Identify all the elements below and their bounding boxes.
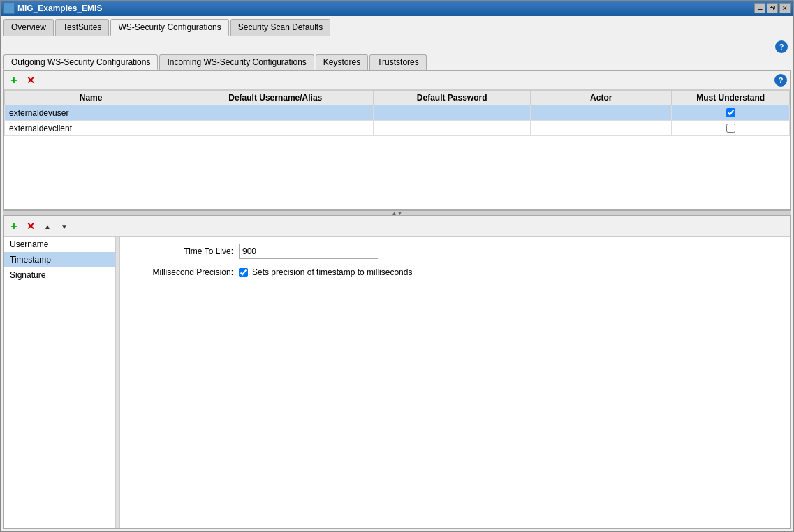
inner-tab-bar: Outgoing WS-Security Configurations Inco… — [3, 54, 791, 71]
tab-overview[interactable]: Overview — [3, 19, 54, 36]
add-item-button[interactable]: + — [7, 219, 21, 233]
splitter[interactable]: ▲▼ — [3, 210, 791, 216]
left-list: Username Timestamp Signature — [4, 237, 116, 528]
cell-must-1 — [672, 105, 790, 121]
main-tab-bar: Overview TestSuites WS-Security Configur… — [1, 16, 793, 36]
time-to-live-label: Time To Live: — [127, 246, 239, 256]
app-icon — [3, 3, 15, 14]
content-area: ? Outgoing WS-Security Configurations In… — [1, 36, 793, 531]
bottom-content: Username Timestamp Signature Time To Liv… — [4, 237, 790, 528]
col-header-name: Name — [5, 91, 177, 105]
minimize-button[interactable]: 🗕 — [754, 3, 765, 13]
time-to-live-input[interactable] — [239, 244, 378, 259]
millisecond-description: Sets precision of timestamp to milliseco… — [252, 267, 412, 277]
cell-must-2 — [672, 121, 790, 136]
cell-password-2 — [374, 121, 531, 136]
cell-password-1 — [374, 105, 531, 121]
title-bar: MIG_Examples_EMIS 🗕 🗗 ✕ — [1, 1, 793, 16]
bottom-toolbar: + ✕ ▲ ▼ — [4, 216, 790, 237]
millisecond-label: Millisecond Precision: — [127, 267, 239, 277]
inner-tab-truststores[interactable]: Truststores — [369, 54, 427, 70]
remove-config-button[interactable]: ✕ — [24, 73, 38, 87]
bottom-panel: + ✕ ▲ ▼ Username Timestamp Signature — [3, 216, 791, 529]
help-icon-top[interactable]: ? — [775, 40, 788, 53]
time-to-live-row: Time To Live: — [127, 244, 783, 259]
cell-username-1 — [177, 105, 374, 121]
list-item-signature[interactable]: Signature — [4, 267, 115, 283]
config-table: Name Default Username/Alias Default Pass… — [4, 90, 790, 209]
col-header-password: Default Password — [374, 91, 531, 105]
table-row[interactable]: externaldevuser — [5, 105, 790, 121]
right-detail: Time To Live: Millisecond Precision: Set… — [120, 237, 790, 528]
millisecond-checkbox-group: Sets precision of timestamp to milliseco… — [239, 267, 412, 277]
list-item-username[interactable]: Username — [4, 237, 115, 252]
tab-security-scan[interactable]: Security Scan Defaults — [230, 19, 330, 36]
move-down-button[interactable]: ▼ — [57, 219, 71, 233]
table-row[interactable]: externaldevclient — [5, 121, 790, 136]
help-icon-table[interactable]: ? — [774, 74, 787, 87]
top-toolbar: + ✕ — [7, 73, 38, 87]
close-button[interactable]: ✕ — [779, 3, 791, 13]
remove-item-button[interactable]: ✕ — [24, 219, 38, 233]
title-bar-left: MIG_Examples_EMIS — [3, 3, 102, 14]
cell-actor-1 — [531, 105, 672, 121]
tab-ws-security[interactable]: WS-Security Configurations — [110, 19, 228, 36]
col-header-username: Default Username/Alias — [177, 91, 374, 105]
inner-tab-outgoing[interactable]: Outgoing WS-Security Configurations — [3, 54, 158, 70]
help-row-top: ? — [3, 39, 791, 54]
move-up-button[interactable]: ▲ — [41, 219, 54, 233]
must-understand-checkbox-2[interactable] — [726, 124, 735, 133]
restore-button[interactable]: 🗗 — [767, 3, 778, 13]
must-understand-checkbox-1[interactable] — [726, 108, 735, 117]
cell-username-2 — [177, 121, 374, 136]
col-header-actor: Actor — [531, 91, 672, 105]
title-bar-buttons: 🗕 🗗 ✕ — [754, 3, 791, 13]
main-window: MIG_Examples_EMIS 🗕 🗗 ✕ Overview TestSui… — [0, 0, 794, 532]
cell-name-2: externaldevclient — [5, 121, 177, 136]
cell-name-1: externaldevuser — [5, 105, 177, 121]
millisecond-row: Millisecond Precision: Sets precision of… — [127, 267, 783, 277]
add-config-button[interactable]: + — [7, 73, 21, 87]
list-item-timestamp[interactable]: Timestamp — [4, 252, 115, 267]
inner-tab-incoming[interactable]: Incoming WS-Security Configurations — [159, 54, 314, 70]
millisecond-checkbox[interactable] — [239, 268, 248, 277]
window-title: MIG_Examples_EMIS — [17, 3, 102, 13]
cell-actor-2 — [531, 121, 672, 136]
tab-testsuites[interactable]: TestSuites — [55, 19, 109, 36]
top-panel: + ✕ ? Name Default Username/Alias Defaul… — [3, 71, 791, 210]
col-header-must: Must Understand — [672, 91, 790, 105]
inner-tab-keystores[interactable]: Keystores — [316, 54, 368, 70]
